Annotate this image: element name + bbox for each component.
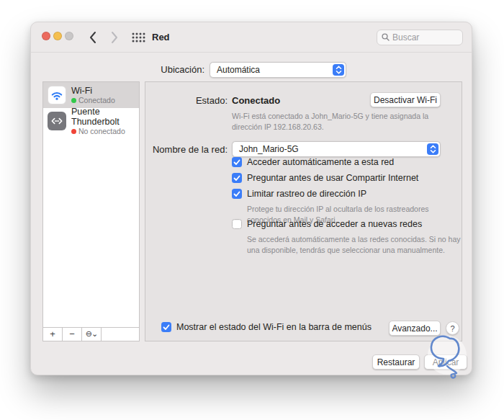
close-button[interactable] (42, 32, 50, 40)
checkbox-checked[interactable] (232, 157, 242, 167)
revert-button[interactable]: Restaurar (372, 354, 420, 370)
checkbox-checked[interactable] (232, 189, 242, 199)
thunderbolt-bridge-icon (48, 112, 66, 130)
checkbox-checked[interactable] (161, 322, 171, 332)
checkbox-label: Acceder automáticamente a esta red (247, 157, 394, 167)
sidebar-action-bar: + − ⊖⌄ (43, 327, 139, 341)
search-field[interactable] (377, 30, 463, 45)
search-input[interactable] (392, 32, 454, 43)
network-name-value: John_Mario-5G (239, 144, 299, 154)
status-label: Estado: (145, 95, 228, 106)
minimize-button[interactable] (53, 32, 62, 40)
location-dropdown[interactable]: Automática (210, 62, 346, 78)
window-title: Red (152, 32, 170, 43)
titlebar: Red (31, 22, 472, 53)
checkbox-checked[interactable] (232, 173, 242, 183)
status-value: Conectado (232, 95, 280, 106)
status-description: Wi-Fi está conectado a John_Mario-5G y t… (232, 111, 449, 132)
sidebar-item-wifi[interactable]: Wi-Fi Conectado (43, 82, 139, 108)
checkbox-row-ask-internet-sharing[interactable]: Preguntar antes de usar Compartir Intern… (232, 173, 418, 183)
sidebar-action-spacer (102, 328, 139, 341)
sidebar-item-status: Conectado (78, 96, 115, 104)
apply-button[interactable]: Aplicar (424, 354, 467, 370)
sidebar-item-label: Wi-Fi (71, 86, 115, 96)
sidebar-item-status: No conectado (78, 127, 125, 135)
stepper-icon (333, 64, 344, 76)
wifi-icon (48, 86, 66, 104)
network-name-label: Nombre de la red: (145, 144, 228, 155)
location-label: Ubicación: (103, 64, 204, 75)
checkbox-row-ask-new-networks[interactable]: Preguntar antes de acceder a nuevas rede… (232, 219, 422, 229)
interface-action-menu-button[interactable]: ⊖⌄ (82, 328, 102, 341)
status-dot-connected (71, 98, 76, 103)
checkbox-row-auto-join[interactable]: Acceder automáticamente a esta red (232, 157, 394, 167)
interface-sidebar: Wi-Fi Conectado Puente Thunderbolt No co… (42, 81, 140, 341)
wifi-settings-panel: Estado: Conectado Desactivar Wi-Fi Wi-Fi… (145, 81, 462, 341)
back-arrow-icon[interactable] (89, 31, 97, 44)
network-preferences-window: Red Ubicación: Automática (30, 22, 472, 375)
status-dot-disconnected (71, 129, 76, 134)
search-icon (382, 31, 390, 44)
checkbox-label: Mostrar el estado del Wi-Fi en la barra … (176, 322, 372, 332)
sidebar-item-label: Puente Thunderbolt (71, 107, 135, 128)
checkbox-row-limit-ip-tracking[interactable]: Limitar rastreo de dirección IP (232, 189, 366, 199)
forward-arrow-icon (110, 31, 119, 44)
checkbox-unchecked[interactable] (232, 219, 242, 229)
location-value: Automática (217, 65, 260, 75)
checkbox-label: Limitar rastreo de dirección IP (247, 189, 366, 199)
remove-interface-button[interactable]: − (63, 328, 82, 341)
stepper-icon (427, 143, 438, 155)
help-button[interactable]: ? (446, 321, 459, 335)
checkbox-label: Preguntar antes de acceder a nuevas rede… (247, 219, 422, 229)
checkbox-row-show-wifi-menubar[interactable]: Mostrar el estado del Wi-Fi en la barra … (161, 322, 372, 332)
ask-new-networks-description: Se accederá automáticamente a las redes … (247, 234, 470, 255)
sidebar-item-thunderbolt-bridge[interactable]: Puente Thunderbolt No conectado (43, 108, 139, 134)
advanced-button[interactable]: Avanzado... (389, 321, 441, 336)
checkbox-label: Preguntar antes de usar Compartir Intern… (247, 173, 418, 183)
turn-off-wifi-button[interactable]: Desactivar Wi-Fi (370, 92, 441, 107)
network-name-dropdown[interactable]: John_Mario-5G (232, 141, 441, 157)
show-all-grid-icon[interactable] (132, 32, 145, 45)
add-interface-button[interactable]: + (43, 328, 63, 341)
zoom-button (65, 32, 73, 40)
